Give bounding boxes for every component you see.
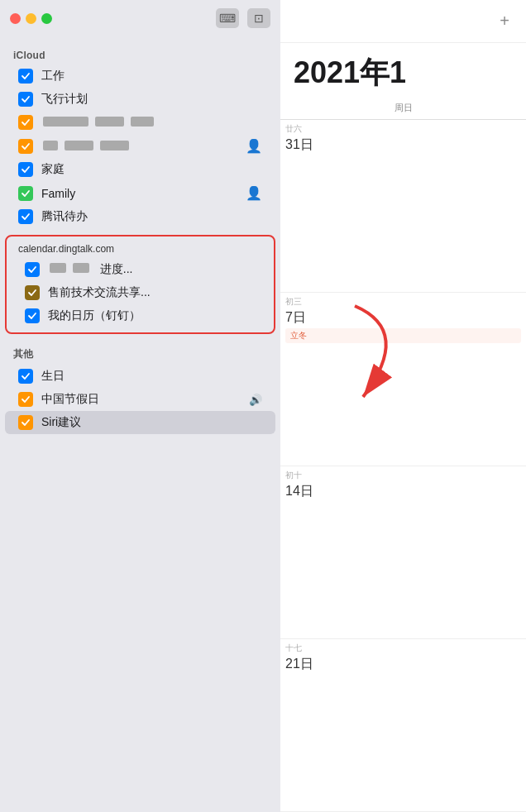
family-zh-label: 家庭 <box>41 162 262 177</box>
checkbox-cn-holiday[interactable] <box>18 392 33 407</box>
sidebar-item-cn-holiday[interactable]: 中国节假日 🔊 <box>5 388 275 411</box>
other-section-label: 其他 <box>0 341 280 365</box>
checkbox-tencent[interactable] <box>18 209 33 224</box>
add-event-button[interactable]: + <box>493 5 516 37</box>
sidebar-item-siri[interactable]: Siri建议 <box>5 411 275 434</box>
ding2-label: 售前技术交流共享... <box>48 285 256 300</box>
icloud-section-label: iCloud <box>0 43 280 64</box>
cal-row-4: 十七 21日 <box>280 639 526 812</box>
person-icon: 👤 <box>246 185 262 201</box>
date-31: 31日 <box>285 136 521 154</box>
redacted-bar <box>73 263 89 273</box>
redacted-bar <box>100 141 129 150</box>
close-button[interactable] <box>10 13 21 24</box>
flight-label: 飞行计划 <box>41 92 262 107</box>
person-icon: 👤 <box>246 138 262 154</box>
redacted2-label <box>41 140 237 153</box>
cal-cell-31[interactable]: 廿六 31日 <box>280 120 526 292</box>
checkbox-siri[interactable] <box>18 415 33 430</box>
main-calendar: + 2021年1 周日 廿六 31日 初三 7日 立冬 初十 14日 <box>280 0 526 812</box>
sidebar-item-redacted2[interactable]: 👤 <box>5 134 275 158</box>
date-7: 7日 <box>285 309 521 327</box>
checkbox-redacted1[interactable] <box>18 115 33 130</box>
sidebar-item-family-zh[interactable]: 家庭 <box>5 158 275 181</box>
sidebar-content: iCloud 工作 飞行计划 <box>0 36 280 812</box>
checkbox-birthday[interactable] <box>18 369 33 384</box>
ding1-label: 进度... <box>48 262 256 277</box>
sound-icon: 🔊 <box>249 394 262 406</box>
sidebar-item-tencent[interactable]: 腾讯待办 <box>5 205 275 228</box>
traffic-lights <box>10 13 52 24</box>
cal-row-3: 初十 14日 <box>280 466 526 639</box>
sidebar-item-ding3[interactable]: 我的日历（钉钉） <box>12 304 269 327</box>
calendar-grid: 廿六 31日 初三 7日 立冬 初十 14日 十七 21日 <box>280 120 526 812</box>
holiday-lidong: 立冬 <box>285 328 521 343</box>
titlebar: ⌨ ⊡ <box>0 0 280 36</box>
checkbox-ding3[interactable] <box>25 308 40 323</box>
lunar-03: 初三 <box>285 296 521 308</box>
sidebar-item-ding2[interactable]: 售前技术交流共享... <box>12 281 269 304</box>
checkbox-ding1[interactable] <box>25 262 40 277</box>
weekdays-row: 周日 <box>280 97 526 120</box>
calendar-title: 2021年1 <box>280 43 526 97</box>
sidebar: ⌨ ⊡ iCloud 工作 飞行计划 <box>0 0 280 812</box>
sidebar-item-birthday[interactable]: 生日 <box>5 365 275 388</box>
redacted-bar <box>50 263 66 273</box>
cal-row-2: 初三 7日 立冬 <box>280 293 526 466</box>
cn-holiday-label: 中国节假日 <box>41 392 241 407</box>
checkbox-family-zh[interactable] <box>18 162 33 177</box>
inbox-icon[interactable]: ⊡ <box>247 8 270 28</box>
sidebar-item-work[interactable]: 工作 <box>5 64 275 88</box>
siri-label: Siri建议 <box>41 415 262 430</box>
sidebar-item-redacted1[interactable] <box>5 111 275 134</box>
redacted-bar <box>65 141 93 150</box>
cal-cell-21[interactable]: 十七 21日 <box>280 639 526 811</box>
lunar-17: 十七 <box>285 642 521 654</box>
lunar-10: 初十 <box>285 470 521 481</box>
checkbox-work[interactable] <box>18 69 33 84</box>
titlebar-icons: ⌨ ⊡ <box>216 8 270 28</box>
minimize-button[interactable] <box>26 13 36 24</box>
lunar-26: 廿六 <box>285 123 521 135</box>
dingtalk-domain-label: calendar.dingtalk.com <box>7 241 274 258</box>
checkbox-redacted2[interactable] <box>18 139 33 154</box>
weekday-sun: 周日 <box>280 97 526 119</box>
sidebar-item-flight[interactable]: 飞行计划 <box>5 88 275 111</box>
date-21: 21日 <box>285 656 521 673</box>
redacted-bar <box>131 117 154 127</box>
cal-cell-14[interactable]: 初十 14日 <box>280 466 526 638</box>
cal-row-1: 廿六 31日 <box>280 120 526 293</box>
redacted1-label <box>41 116 262 129</box>
redacted-bar <box>95 117 124 127</box>
keyboard-icon[interactable]: ⌨ <box>216 8 239 28</box>
cal-cell-7[interactable]: 初三 7日 立冬 <box>280 293 526 465</box>
family-en-label: Family <box>41 187 237 200</box>
checkbox-family-en[interactable] <box>18 186 33 201</box>
redacted-bar <box>43 141 58 150</box>
sidebar-item-ding1[interactable]: 进度... <box>12 258 269 281</box>
redacted-bar <box>43 117 88 127</box>
work-label: 工作 <box>41 69 262 84</box>
date-14: 14日 <box>285 483 521 500</box>
checkbox-ding2[interactable] <box>25 285 40 300</box>
checkbox-flight[interactable] <box>18 92 33 107</box>
dingtalk-section: calendar.dingtalk.com 进度... 售前技术交流共享... <box>5 235 275 334</box>
tencent-label: 腾讯待办 <box>41 209 262 224</box>
birthday-label: 生日 <box>41 369 262 384</box>
ding3-label: 我的日历（钉钉） <box>48 308 256 323</box>
sidebar-item-family-en[interactable]: Family 👤 <box>5 181 275 205</box>
maximize-button[interactable] <box>41 13 52 24</box>
